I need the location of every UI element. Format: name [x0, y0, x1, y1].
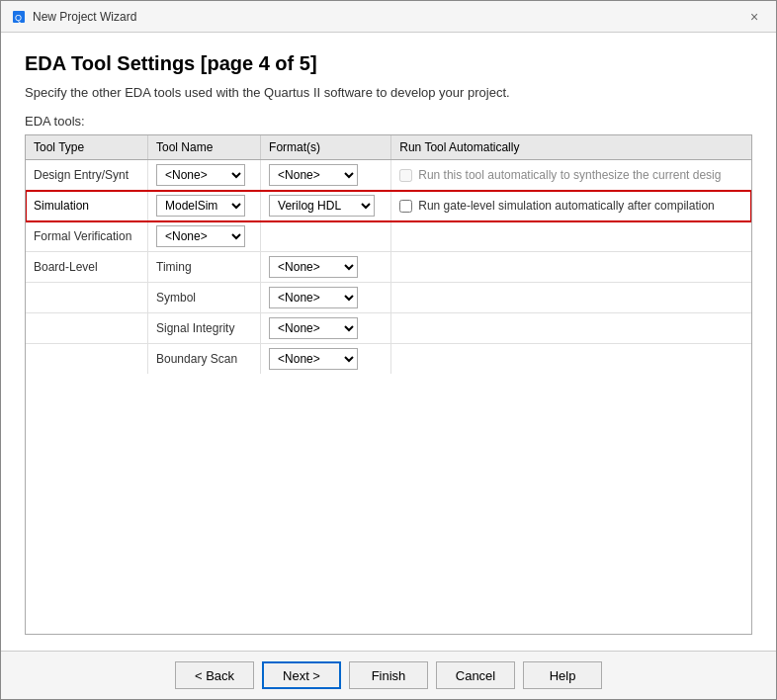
cell-run-sim: Run gate-level simulation automatically … — [391, 191, 751, 221]
table-header-row: Tool Type Tool Name Format(s) Run Tool A… — [26, 135, 751, 160]
cell-run-si — [391, 313, 751, 344]
table-row-formal: Formal Verification <None> — [26, 221, 751, 252]
cell-tool-type-bs-empty — [26, 344, 148, 375]
cell-run-formal — [391, 221, 751, 252]
main-content: EDA Tool Settings [page 4 of 5] Specify … — [1, 33, 776, 651]
cell-tool-name-sim: ModelSim <None> VCS NC-Sim — [148, 191, 261, 221]
cell-tool-type-sim: Simulation — [26, 191, 148, 221]
cell-format-timing: <None> — [261, 252, 391, 283]
table-row-design-entry: Design Entry/Synt <None> <None> — [26, 160, 751, 191]
next-button[interactable]: Next > — [262, 661, 341, 689]
run-auto-sim-label: Run gate-level simulation automatically … — [418, 199, 714, 213]
title-bar: Q New Project Wizard × — [1, 1, 776, 33]
tool-format-sim-select[interactable]: Verilog HDL <None> VHDL SystemVerilog — [269, 195, 375, 217]
run-auto-design-checkbox[interactable] — [399, 169, 412, 182]
section-label: EDA tools: — [25, 114, 752, 129]
cell-tool-name-si: Signal Integrity — [148, 313, 261, 344]
table-row-boundary-scan: Boundary Scan <None> — [26, 344, 751, 375]
col-formats: Format(s) — [261, 135, 391, 160]
run-auto-design-label: Run this tool automatically to synthesiz… — [418, 168, 721, 182]
run-auto-sim-checkbox[interactable] — [399, 200, 412, 213]
cell-format-formal — [261, 221, 391, 252]
run-auto-sim-cell: Run gate-level simulation automatically … — [399, 199, 743, 213]
cell-tool-type-symbol-empty — [26, 283, 148, 313]
cell-tool-type-si-empty — [26, 313, 148, 344]
app-icon: Q — [11, 9, 27, 25]
back-button[interactable]: < Back — [175, 661, 254, 689]
table-row-symbol: Symbol <None> — [26, 283, 751, 313]
cell-tool-type-design: Design Entry/Synt — [26, 160, 148, 191]
cell-tool-name-design: <None> — [148, 160, 261, 191]
col-tool-type: Tool Type — [26, 135, 148, 160]
cell-format-si: <None> — [261, 313, 391, 344]
help-button[interactable]: Help — [523, 661, 602, 689]
cell-format-sim: Verilog HDL <None> VHDL SystemVerilog — [261, 191, 391, 221]
cell-format-bs: <None> — [261, 344, 391, 375]
run-auto-design-cell: Run this tool automatically to synthesiz… — [399, 168, 743, 182]
tool-format-si-select[interactable]: <None> — [269, 317, 358, 339]
svg-text:Q: Q — [15, 13, 22, 23]
cell-run-timing — [391, 252, 751, 283]
title-bar-text: New Project Wizard — [33, 10, 742, 24]
finish-button[interactable]: Finish — [349, 661, 428, 689]
table-row-simulation: Simulation ModelSim <None> VCS NC-Sim — [26, 191, 751, 221]
cell-run-symbol — [391, 283, 751, 313]
cell-tool-type-formal: Formal Verification — [26, 221, 148, 252]
eda-tools-table: Tool Type Tool Name Format(s) Run Tool A… — [26, 135, 751, 374]
tool-format-bs-select[interactable]: <None> — [269, 348, 358, 370]
tool-name-sim-select[interactable]: ModelSim <None> VCS NC-Sim — [156, 195, 245, 217]
cancel-button[interactable]: Cancel — [436, 661, 515, 689]
close-button[interactable]: × — [742, 5, 766, 29]
tool-name-formal-select[interactable]: <None> — [156, 225, 245, 247]
table-row-signal-integrity: Signal Integrity <None> — [26, 313, 751, 344]
cell-format-symbol: <None> — [261, 283, 391, 313]
wizard-window: Q New Project Wizard × EDA Tool Settings… — [0, 0, 777, 700]
tool-format-symbol-select[interactable]: <None> — [269, 287, 358, 308]
cell-format-design: <None> — [261, 160, 391, 191]
cell-tool-name-formal: <None> — [148, 221, 261, 252]
cell-run-bs — [391, 344, 751, 375]
col-tool-name: Tool Name — [148, 135, 261, 160]
cell-tool-name-bs: Boundary Scan — [148, 344, 261, 375]
tool-name-design-select[interactable]: <None> — [156, 164, 245, 186]
cell-tool-name-timing: Timing — [148, 252, 261, 283]
col-run-auto: Run Tool Automatically — [391, 135, 751, 160]
button-bar: < Back Next > Finish Cancel Help — [1, 651, 776, 699]
cell-run-design: Run this tool automatically to synthesiz… — [391, 160, 751, 191]
page-title: EDA Tool Settings [page 4 of 5] — [25, 52, 752, 75]
page-description: Specify the other EDA tools used with th… — [25, 85, 752, 100]
cell-tool-name-symbol: Symbol — [148, 283, 261, 313]
tool-format-design-select[interactable]: <None> — [269, 164, 358, 186]
tool-format-timing-select[interactable]: <None> — [269, 256, 358, 278]
eda-tools-table-container: Tool Type Tool Name Format(s) Run Tool A… — [25, 134, 752, 635]
table-row-timing: Board-Level Timing <None> — [26, 252, 751, 283]
cell-tool-type-board: Board-Level — [26, 252, 148, 283]
